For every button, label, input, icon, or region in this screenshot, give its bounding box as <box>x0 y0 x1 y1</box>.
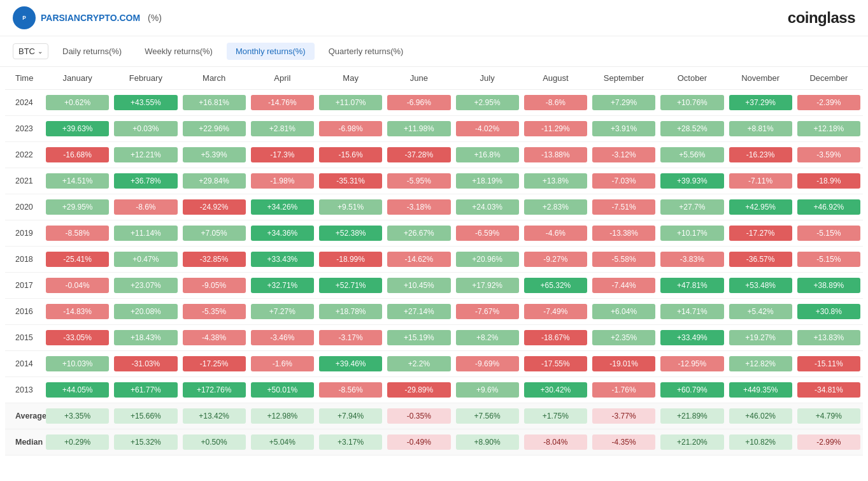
year-cell: 2019 <box>5 220 43 247</box>
average-value-cell: -3.77% <box>590 403 658 429</box>
value-cell: +27.7% <box>658 194 726 220</box>
tab-weekly-returns[interactable]: Weekly returns(%) <box>136 43 222 60</box>
value-cell: +60.79% <box>658 377 726 403</box>
value-cell: +5.39% <box>180 142 248 168</box>
col-august: August <box>522 67 590 90</box>
value-cell: -7.67% <box>453 299 522 325</box>
value-cell: -25.41% <box>43 247 111 273</box>
value-cell: +10.76% <box>658 90 726 116</box>
value-cell: -15.11% <box>795 351 863 377</box>
median-row: Median+0.29%+15.32%+0.50%+5.04%+3.17%-0.… <box>5 429 863 456</box>
average-value-cell: +7.56% <box>453 403 522 429</box>
median-value-cell: -2.99% <box>795 429 863 456</box>
col-time: Time <box>5 67 43 90</box>
value-cell: +34.26% <box>248 194 317 220</box>
tab-quarterly-returns[interactable]: Quarterly returns(%) <box>320 43 413 60</box>
value-cell: -13.88% <box>522 142 590 168</box>
value-cell: -9.05% <box>180 273 248 299</box>
table-header-row: Time January February March April May Ju… <box>5 67 863 90</box>
value-cell: +18.78% <box>317 299 385 325</box>
page-title: (%) <box>148 13 162 23</box>
value-cell: -14.83% <box>43 299 111 325</box>
asset-selector[interactable]: BTC ⌄ <box>13 43 48 59</box>
value-cell: +5.56% <box>658 142 726 168</box>
table-row: 2013+44.05%+61.77%+172.76%+50.01%-8.56%-… <box>5 377 863 403</box>
value-cell: -13.38% <box>590 220 658 247</box>
value-cell: -16.23% <box>727 142 795 168</box>
value-cell: -18.67% <box>522 325 590 351</box>
col-september: September <box>590 67 658 90</box>
year-cell: 2023 <box>5 116 43 142</box>
value-cell: -5.15% <box>795 220 863 247</box>
value-cell: +6.04% <box>590 299 658 325</box>
value-cell: +43.55% <box>111 90 180 116</box>
median-value-cell: +10.82% <box>727 429 795 456</box>
value-cell: +24.03% <box>453 194 522 220</box>
value-cell: +26.67% <box>385 220 453 247</box>
value-cell: +2.95% <box>453 90 522 116</box>
value-cell: +7.29% <box>590 90 658 116</box>
value-cell: -2.39% <box>795 90 863 116</box>
median-value-cell: +3.17% <box>317 429 385 456</box>
value-cell: -17.25% <box>180 351 248 377</box>
value-cell: -19.01% <box>590 351 658 377</box>
value-cell: -3.18% <box>385 194 453 220</box>
value-cell: +61.77% <box>111 377 180 403</box>
value-cell: -6.59% <box>453 220 522 247</box>
value-cell: +34.36% <box>248 220 317 247</box>
value-cell: -12.95% <box>658 351 726 377</box>
median-value-cell: +0.50% <box>180 429 248 456</box>
year-cell: 2013 <box>5 377 43 403</box>
table-row: 2016-14.83%+20.08%-5.35%+7.27%+18.78%+27… <box>5 299 863 325</box>
value-cell: +18.19% <box>453 168 522 194</box>
value-cell: +10.03% <box>43 351 111 377</box>
value-cell: +0.03% <box>111 116 180 142</box>
value-cell: -29.89% <box>385 377 453 403</box>
value-cell: -8.6% <box>522 90 590 116</box>
value-cell: +33.49% <box>658 325 726 351</box>
table-row: 2024+0.62%+43.55%+16.81%-14.76%+11.07%-6… <box>5 90 863 116</box>
median-value-cell: +5.04% <box>248 429 317 456</box>
value-cell: -34.81% <box>795 377 863 403</box>
value-cell: -33.05% <box>43 325 111 351</box>
average-row: Average+3.35%+15.66%+13.42%+12.98%+7.94%… <box>5 403 863 429</box>
value-cell: +46.92% <box>795 194 863 220</box>
value-cell: +2.83% <box>522 194 590 220</box>
page-header: P PARSIANCRYPTO.COM (%) coinglass <box>0 0 868 36</box>
year-cell: 2024 <box>5 90 43 116</box>
value-cell: +23.07% <box>111 273 180 299</box>
chevron-down-icon: ⌄ <box>38 48 43 55</box>
value-cell: -9.27% <box>522 247 590 273</box>
col-january: January <box>43 67 111 90</box>
table-row: 2018-25.41%+0.47%-32.85%+33.43%-18.99%-1… <box>5 247 863 273</box>
tab-daily-returns[interactable]: Daily returns(%) <box>53 43 131 60</box>
tab-monthly-returns[interactable]: Monthly returns(%) <box>227 43 315 60</box>
year-cell: 2014 <box>5 351 43 377</box>
value-cell: -7.51% <box>590 194 658 220</box>
value-cell: -1.76% <box>590 377 658 403</box>
table-row: 2023+39.63%+0.03%+22.96%+2.81%-6.98%+11.… <box>5 116 863 142</box>
year-cell: 2018 <box>5 247 43 273</box>
value-cell: -3.12% <box>590 142 658 168</box>
year-cell: 2021 <box>5 168 43 194</box>
table-row: 2021+14.51%+36.78%+29.84%-1.98%-35.31%-5… <box>5 168 863 194</box>
col-december: December <box>795 67 863 90</box>
value-cell: +0.62% <box>43 90 111 116</box>
average-value-cell: +3.35% <box>43 403 111 429</box>
year-cell: 2022 <box>5 142 43 168</box>
value-cell: +19.27% <box>727 325 795 351</box>
value-cell: -7.49% <box>522 299 590 325</box>
value-cell: +2.35% <box>590 325 658 351</box>
value-cell: +8.81% <box>727 116 795 142</box>
average-value-cell: +21.89% <box>658 403 726 429</box>
value-cell: -8.56% <box>317 377 385 403</box>
value-cell: +172.76% <box>180 377 248 403</box>
value-cell: -3.46% <box>248 325 317 351</box>
value-cell: -5.35% <box>180 299 248 325</box>
value-cell: +17.92% <box>453 273 522 299</box>
value-cell: +42.95% <box>727 194 795 220</box>
value-cell: +65.32% <box>522 273 590 299</box>
table-row: 2015-33.05%+18.43%-4.38%-3.46%-3.17%+15.… <box>5 325 863 351</box>
value-cell: -6.98% <box>317 116 385 142</box>
median-label: Median <box>5 429 43 456</box>
